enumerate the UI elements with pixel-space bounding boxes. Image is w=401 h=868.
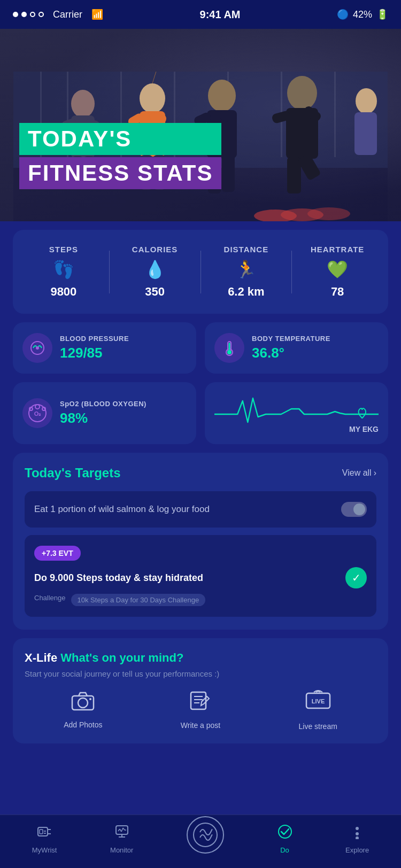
calories-icon: 💧 (144, 259, 166, 280)
svg-rect-8 (334, 72, 336, 157)
nav-center[interactable] (187, 821, 224, 857)
spo2-title: SpO2 (BLOOD OXYGEN) (60, 400, 146, 408)
xlife-subtitle: Start your social journey or tell us you… (25, 669, 376, 678)
stat-steps: STEPS 👣 9800 (18, 245, 109, 299)
status-right: 🔵 42% 🔋 (337, 9, 388, 20)
spo2-info: SpO2 (BLOOD OXYGEN) 98% (60, 400, 146, 427)
steps-icon: 👣 (53, 259, 74, 280)
bottom-nav: MyWrist Monitor (0, 815, 401, 868)
xlife-actions: Add Photos Write a post (25, 689, 376, 731)
nav-do[interactable]: Do (277, 824, 292, 854)
xlife-add-photos[interactable]: Add Photos (64, 691, 102, 729)
toggle-knob (353, 503, 365, 515)
svg-point-51 (78, 698, 88, 708)
svg-point-44 (227, 350, 232, 354)
target-item-2: +7.3 EVT Do 9.000 Steps today & stay hid… (25, 535, 376, 617)
health-row-1: BLOOD PRESSURE 129/85 BODY TEMPERATURE 3… (13, 322, 388, 374)
svg-rect-60 (40, 830, 43, 834)
signal-dot-4 (38, 12, 44, 17)
body-temp-info: BODY TEMPERATURE 36.8° (252, 335, 330, 361)
stat-heartrate: HEARTRATE 💚 78 (292, 245, 383, 299)
svg-rect-27 (222, 154, 235, 192)
do-icon (277, 824, 292, 843)
wifi-icon: 📶 (91, 9, 103, 20)
hero-section: TODAY'S FITNESS STATS (0, 29, 401, 221)
write-icon (190, 690, 211, 716)
spo2-icon: O₂ (22, 398, 52, 428)
svg-point-22 (208, 80, 236, 112)
stats-card: STEPS 👣 9800 CALORIES 💧 350 DISTANCE 🏃 6… (13, 230, 388, 314)
time-display: 9:41 AM (200, 9, 241, 21)
ekg-label: MY EKG (349, 425, 379, 433)
body-temp-value: 36.8° (252, 345, 330, 361)
svg-point-38 (307, 207, 350, 220)
signal-dot-1 (13, 12, 18, 17)
body-temp-icon (214, 333, 244, 363)
bluetooth-icon: 🔵 (337, 9, 349, 20)
body-temp-card: BODY TEMPERATURE 36.8° (205, 322, 388, 374)
calories-label: CALORIES (132, 245, 178, 254)
signal-dot-3 (30, 12, 35, 17)
hero-title-line1: TODAY'S (19, 123, 221, 155)
write-post-label: Write a post (181, 721, 220, 730)
distance-icon: 🏃 (235, 259, 257, 280)
svg-point-15 (140, 83, 165, 113)
svg-rect-43 (229, 343, 230, 350)
targets-title: Today's Targets (25, 466, 121, 480)
challenge-pill: 10k Steps a Day for 30 Days Challenge (71, 594, 206, 606)
xlife-brand: X-Life (25, 651, 57, 664)
svg-line-70 (121, 828, 123, 832)
xlife-title: X-Life What's on your mind? (25, 651, 183, 664)
mywrist-icon (37, 824, 52, 843)
target-2-text: Do 9.000 Steps today & stay hidrated (34, 572, 203, 584)
heartrate-value: 78 (331, 285, 344, 299)
target-2-badge: +7.3 EVT (34, 546, 81, 561)
ekg-card[interactable]: MY EKG (205, 382, 388, 444)
status-bar: Carrier 📶 9:41 AM 🔵 42% 🔋 (0, 0, 401, 29)
xlife-live-stream[interactable]: LIVE Live stream (298, 689, 337, 731)
nav-monitor[interactable]: Monitor (110, 824, 133, 854)
target-1-toggle[interactable] (341, 502, 367, 517)
svg-point-52 (89, 698, 91, 700)
do-label: Do (280, 846, 289, 854)
stat-distance: DISTANCE 🏃 6.2 km (201, 245, 292, 299)
main-content: Carrier 📶 9:41 AM 🔵 42% 🔋 (0, 0, 401, 813)
nav-explore[interactable]: Explore (345, 824, 369, 854)
svg-text:O₂: O₂ (34, 410, 42, 417)
camera-icon (71, 691, 95, 715)
challenge-label: Challenge (34, 594, 66, 606)
battery-percentage: 42% (353, 9, 372, 20)
svg-point-9 (71, 90, 95, 118)
blood-pressure-icon (22, 333, 52, 363)
svg-line-71 (123, 828, 125, 830)
add-photos-label: Add Photos (64, 720, 102, 729)
nav-mywrist[interactable]: MyWrist (32, 824, 57, 854)
targets-section: Today's Targets View all › Eat 1 portion… (13, 453, 388, 630)
svg-point-34 (356, 88, 377, 114)
monitor-label: Monitor (110, 846, 133, 854)
view-all-button[interactable]: View all › (342, 468, 376, 478)
stat-calories: CALORIES 💧 350 (110, 245, 200, 299)
target-1-text: Eat 1 portion of wild salmon & log your … (34, 503, 341, 516)
xlife-header: X-Life What's on your mind? (25, 651, 376, 665)
explore-label: Explore (345, 846, 369, 854)
svg-point-40 (36, 346, 39, 350)
svg-point-73 (194, 823, 217, 847)
blood-pressure-info: BLOOD PRESSURE 129/85 (60, 335, 129, 361)
blood-pressure-value: 129/85 (60, 345, 129, 361)
carrier-label: Carrier (53, 9, 82, 20)
calories-value: 350 (145, 285, 165, 299)
svg-point-47 (35, 405, 40, 409)
ekg-waveform (214, 393, 379, 425)
target-2-row: Do 9.000 Steps today & stay hidrated ✓ (34, 567, 367, 588)
monitor-icon (114, 824, 129, 843)
spo2-value: 98% (60, 410, 146, 427)
distance-label: DISTANCE (224, 245, 269, 254)
target-2-check: ✓ (345, 567, 367, 588)
xlife-write-post[interactable]: Write a post (181, 690, 220, 730)
svg-rect-61 (44, 831, 46, 832)
svg-rect-35 (354, 112, 377, 155)
battery-icon: 🔋 (376, 9, 388, 20)
svg-point-49 (29, 407, 33, 410)
explore-icon (350, 824, 365, 843)
